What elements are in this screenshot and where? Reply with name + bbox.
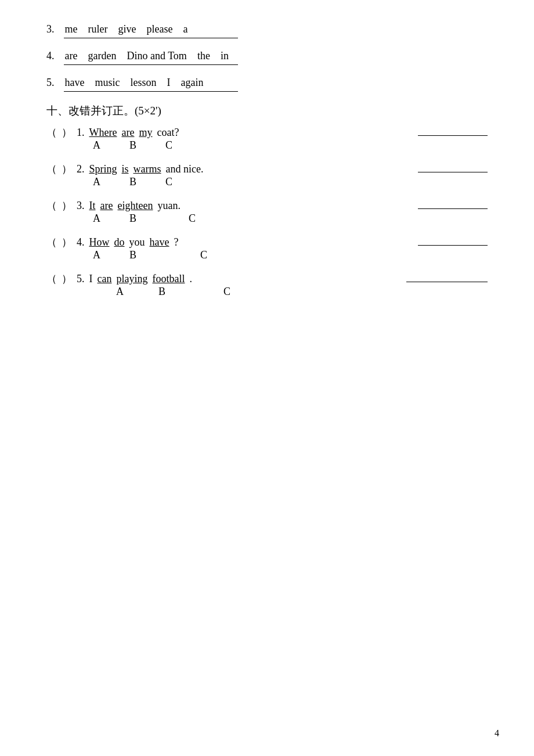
- section-ten-title: 十、改错并订正。(5×2'): [46, 103, 488, 118]
- bracket-3-close: ）: [62, 199, 72, 213]
- c2-c: C: [165, 176, 172, 188]
- bracket-3-open: （: [46, 199, 57, 213]
- c4-answer-blank[interactable]: [418, 245, 488, 246]
- c3-b: B: [129, 213, 136, 225]
- correction-2-sentence: （ ） 2. Spring is warms and nice.: [46, 162, 395, 176]
- c4-b: B: [129, 249, 136, 261]
- correction-5-sentence: （ ） 5. I can playing football .: [46, 272, 383, 286]
- c4-how: How: [89, 236, 110, 249]
- c3-abc: A B C: [93, 213, 488, 225]
- c4-num: 4.: [77, 236, 85, 249]
- correction-3-sentence: （ ） 3. It are eighteen yuan.: [46, 199, 395, 213]
- c4-c: C: [200, 249, 207, 261]
- correction-5-wrap: （ ） 5. I can playing football .: [46, 272, 488, 286]
- c2-abc: A B C: [93, 176, 488, 188]
- c1-a: A: [93, 139, 100, 152]
- correction-1-sentence: （ ） 1. Where are my coat?: [46, 125, 395, 139]
- bracket-4-close: ）: [62, 235, 72, 249]
- c1-abc: A B C: [93, 139, 488, 152]
- bracket-1-close: ）: [62, 125, 72, 139]
- q3-number: 3.: [46, 23, 55, 35]
- c1-b: B: [129, 139, 136, 152]
- c5-i: I: [89, 273, 93, 285]
- bracket-4-open: （: [46, 235, 57, 249]
- c1-my: my: [139, 127, 152, 139]
- q4-word5: in: [221, 50, 229, 62]
- q5-word1: have: [65, 77, 85, 89]
- c4-do: do: [114, 236, 125, 249]
- q3-answer-line: [64, 38, 238, 38]
- c1-num: 1.: [77, 127, 85, 139]
- c3-c: C: [189, 213, 196, 225]
- q5-word3: lesson: [130, 77, 156, 89]
- q4-answer-line: [64, 64, 238, 65]
- c2-answer-blank[interactable]: [418, 172, 488, 172]
- c5-c: C: [223, 286, 230, 298]
- q3-word3: give: [118, 23, 136, 35]
- c1-coat: coat?: [157, 127, 179, 139]
- c1-answer-blank[interactable]: [418, 135, 488, 136]
- correction-item-5: （ ） 5. I can playing football . A B C: [46, 272, 488, 298]
- c4-you: you: [129, 236, 145, 249]
- c5-football: football: [152, 273, 185, 285]
- c5-period: .: [189, 273, 192, 285]
- c2-warms: warms: [134, 163, 161, 175]
- c2-and-nice: and nice.: [166, 163, 204, 175]
- c4-have: have: [150, 236, 169, 249]
- c3-a: A: [93, 213, 100, 225]
- c3-yuan: yuan.: [157, 200, 181, 212]
- c5-a: A: [116, 286, 124, 298]
- correction-item-1: （ ） 1. Where are my coat? A B C: [46, 125, 488, 152]
- c3-eighteen: eighteen: [117, 200, 153, 212]
- q5-word2: music: [95, 77, 120, 89]
- c5-num: 5.: [77, 273, 85, 285]
- c2-spring: Spring: [89, 163, 117, 175]
- correction-4-sentence: （ ） 4. How do you have ?: [46, 235, 395, 249]
- q3-word4: please: [146, 23, 172, 35]
- q5-word4: I: [167, 77, 170, 89]
- question-3: 3. me ruler give please a: [46, 23, 488, 38]
- question-5: 5. have music lesson I again: [46, 77, 488, 92]
- c1-c: C: [165, 139, 172, 152]
- c1-are: are: [121, 127, 134, 139]
- correction-1-wrap: （ ） 1. Where are my coat?: [46, 125, 488, 139]
- c3-answer-blank[interactable]: [418, 208, 488, 209]
- question-4: 4. are garden Dino and Tom the in: [46, 50, 488, 65]
- c5-playing: playing: [116, 273, 147, 285]
- page-number: 4: [495, 728, 499, 739]
- correction-3-wrap: （ ） 3. It are eighteen yuan.: [46, 199, 488, 213]
- bracket-2-open: （: [46, 162, 57, 176]
- c3-it: It: [89, 200, 96, 212]
- q5-answer-line: [64, 91, 238, 92]
- c2-num: 2.: [77, 163, 85, 175]
- bracket-2-close: ）: [62, 162, 72, 176]
- q4-word4: the: [197, 50, 210, 62]
- correction-2-wrap: （ ） 2. Spring is warms and nice.: [46, 162, 488, 176]
- q4-word1: are: [65, 50, 78, 62]
- correction-4-wrap: （ ） 4. How do you have ?: [46, 235, 488, 249]
- c4-abc: A B C: [93, 249, 488, 261]
- q5-number: 5.: [46, 77, 55, 89]
- q3-word1: me: [65, 23, 78, 35]
- q4-number: 4.: [46, 50, 55, 62]
- q3-word2: ruler: [88, 23, 108, 35]
- q4-word2: garden: [88, 50, 116, 62]
- question-5-line: 5. have music lesson I again: [46, 77, 488, 89]
- c5-abc: A B C: [93, 286, 488, 298]
- c3-are: are: [100, 200, 113, 212]
- question-3-line: 3. me ruler give please a: [46, 23, 488, 35]
- c5-can: can: [98, 273, 112, 285]
- correction-item-3: （ ） 3. It are eighteen yuan. A B C: [46, 199, 488, 225]
- q4-word3: Dino and Tom: [127, 50, 186, 62]
- c3-num: 3.: [77, 200, 85, 212]
- c2-is: is: [122, 163, 129, 175]
- c5-b: B: [158, 286, 165, 298]
- c4-question: ?: [174, 236, 178, 249]
- bracket-1-open: （: [46, 125, 57, 139]
- c5-answer-blank[interactable]: [406, 282, 488, 282]
- c4-a: A: [93, 249, 100, 261]
- correction-item-2: （ ） 2. Spring is warms and nice. A B C: [46, 162, 488, 188]
- q3-word5: a: [183, 23, 187, 35]
- correction-item-4: （ ） 4. How do you have ? A B C: [46, 235, 488, 261]
- q5-word5: again: [181, 77, 203, 89]
